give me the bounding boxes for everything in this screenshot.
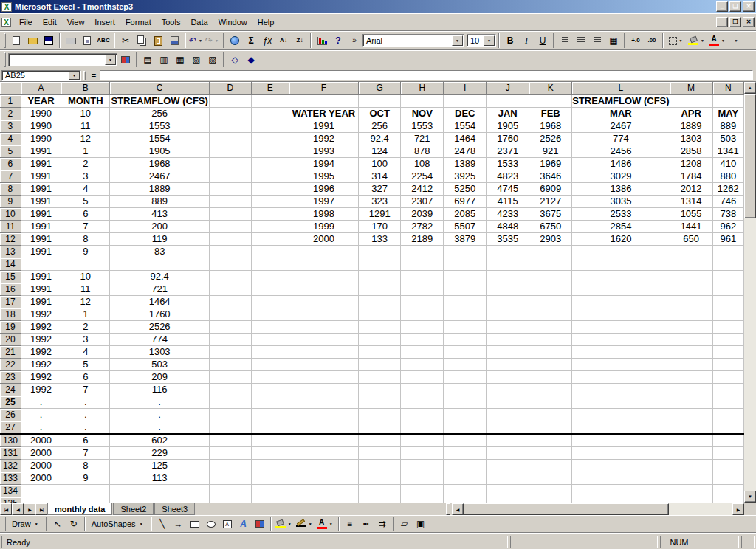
cell-M3[interactable]: 1889: [670, 120, 712, 132]
cell-A1[interactable]: YEAR: [21, 94, 61, 107]
cell-J18[interactable]: [487, 308, 529, 320]
style-combo-dropdown[interactable]: ▼: [105, 55, 116, 65]
print-preview-button[interactable]: [79, 33, 95, 48]
open-button[interactable]: [24, 33, 41, 48]
sheet-tab-sheet3[interactable]: Sheet3: [154, 503, 195, 515]
cell-M135[interactable]: [670, 497, 712, 503]
cell-B21[interactable]: 4: [61, 345, 110, 358]
cell-C8[interactable]: 1889: [110, 182, 210, 195]
cell-E24[interactable]: [251, 383, 289, 396]
cell-I18[interactable]: [444, 308, 487, 320]
cell-C12[interactable]: 119: [110, 232, 210, 245]
draw-menu-button[interactable]: Draw▼: [8, 517, 44, 531]
cell-C135[interactable]: [110, 497, 210, 503]
cell-I11[interactable]: 5507: [444, 220, 487, 232]
cell-J3[interactable]: 1905: [487, 120, 529, 132]
cell-G3[interactable]: 256: [359, 120, 401, 132]
cell-M24[interactable]: [670, 383, 712, 396]
shadow-button[interactable]: ▱: [396, 517, 413, 531]
cell-E27[interactable]: [251, 421, 289, 434]
cell-M134[interactable]: [670, 484, 712, 497]
cell-E11[interactable]: [251, 220, 289, 232]
cell-J133[interactable]: [487, 472, 529, 484]
cell-K8[interactable]: 6909: [529, 182, 572, 195]
cell-A20[interactable]: 1992: [21, 333, 61, 345]
cell-H130[interactable]: [401, 434, 444, 447]
cell-A16[interactable]: 1991: [21, 283, 61, 295]
sort-ascending-button[interactable]: A↓: [275, 33, 292, 48]
redo-button[interactable]: ↷▼: [205, 33, 221, 48]
cell-D23[interactable]: [209, 370, 251, 383]
cell-I24[interactable]: [444, 383, 487, 396]
cell-M20[interactable]: [670, 333, 712, 345]
cell-C10[interactable]: 413: [110, 207, 210, 220]
cell-J13[interactable]: [487, 245, 529, 258]
cell-L13[interactable]: [572, 245, 670, 258]
cell-G27[interactable]: [359, 421, 401, 434]
cell-N23[interactable]: [712, 370, 743, 383]
row-header-2[interactable]: 2: [0, 107, 21, 120]
cell-F130[interactable]: [289, 434, 358, 447]
font-color-dropdown[interactable]: ▼: [720, 34, 726, 47]
cell-I4[interactable]: 1464: [444, 132, 487, 145]
cell-A5[interactable]: 1991: [21, 145, 61, 157]
autoshapes-menu-button[interactable]: AutoShapes▼: [88, 517, 148, 531]
italic-button[interactable]: I: [518, 33, 535, 48]
menu-insert[interactable]: Insert: [89, 15, 120, 29]
cell-M131[interactable]: [670, 446, 712, 459]
cell-K3[interactable]: 1968: [529, 120, 572, 132]
cell-A10[interactable]: 1991: [21, 207, 61, 220]
cell-B22[interactable]: 5: [61, 358, 110, 370]
cell-M23[interactable]: [670, 370, 712, 383]
cell-J24[interactable]: [487, 383, 529, 396]
cell-C134[interactable]: [110, 484, 210, 497]
cell-M8[interactable]: 2012: [670, 182, 712, 195]
cell-J27[interactable]: [487, 421, 529, 434]
select-all-corner[interactable]: [0, 82, 21, 94]
cell-L20[interactable]: [572, 333, 670, 345]
cell-I12[interactable]: 3879: [444, 232, 487, 245]
row-header-8[interactable]: 8: [0, 182, 21, 195]
row-header-15[interactable]: 15: [0, 270, 21, 283]
cell-K5[interactable]: 921: [529, 145, 572, 157]
cell-N20[interactable]: [712, 333, 743, 345]
cell-C1[interactable]: STREAMFLOW (CFS): [110, 94, 210, 107]
cell-C25[interactable]: .: [110, 396, 210, 408]
cell-J14[interactable]: [487, 258, 529, 270]
cell-J4[interactable]: 1760: [487, 132, 529, 145]
cell-L8[interactable]: 1386: [572, 182, 670, 195]
cell-F12[interactable]: 2000: [289, 232, 358, 245]
cell-G10[interactable]: 1291: [359, 207, 401, 220]
borders-button[interactable]: ▼: [666, 33, 687, 48]
cell-K7[interactable]: 3646: [529, 170, 572, 182]
cell-I25[interactable]: [444, 396, 487, 408]
cell-C132[interactable]: 125: [110, 459, 210, 472]
cell-L1[interactable]: STREAMFLOW (CFS): [572, 94, 670, 107]
cell-G135[interactable]: [359, 497, 401, 503]
cell-F8[interactable]: 1996: [289, 182, 358, 195]
cell-D5[interactable]: [209, 145, 251, 157]
cell-N21[interactable]: [712, 345, 743, 358]
cell-C17[interactable]: 1464: [110, 295, 210, 308]
cell-B23[interactable]: 6: [61, 370, 110, 383]
cell-K17[interactable]: [529, 295, 572, 308]
row-header-7[interactable]: 7: [0, 170, 21, 182]
cell-G5[interactable]: 124: [359, 145, 401, 157]
menu-tools[interactable]: Tools: [157, 15, 186, 29]
cell-N17[interactable]: [712, 295, 743, 308]
cell-I19[interactable]: [444, 320, 487, 333]
cell-E133[interactable]: [251, 472, 289, 484]
cell-H4[interactable]: 721: [401, 132, 444, 145]
column-header-C[interactable]: C: [110, 82, 210, 94]
cell-F7[interactable]: 1995: [289, 170, 358, 182]
cell-E18[interactable]: [251, 308, 289, 320]
cell-E1[interactable]: [251, 94, 289, 107]
cell-H133[interactable]: [401, 472, 444, 484]
row-header-24[interactable]: 24: [0, 383, 21, 396]
cell-H132[interactable]: [401, 459, 444, 472]
cell-J10[interactable]: 4233: [487, 207, 529, 220]
cell-I14[interactable]: [444, 258, 487, 270]
cell-E130[interactable]: [251, 434, 289, 447]
cell-B25[interactable]: .: [61, 396, 110, 408]
cell-K12[interactable]: 2903: [529, 232, 572, 245]
